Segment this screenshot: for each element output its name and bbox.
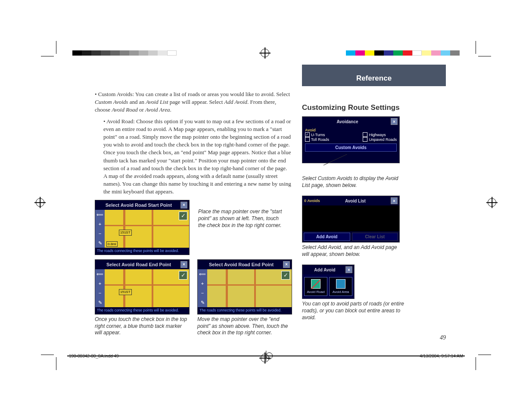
avoid-group-label: Avoid: [305, 128, 397, 132]
close-icon[interactable]: ×: [180, 261, 187, 268]
window-title: Avoid List: [320, 199, 391, 203]
scale-label: 0.8mi: [106, 241, 118, 247]
zoom-out-icon[interactable]: −: [99, 290, 101, 296]
confirm-check-icon[interactable]: ✓: [179, 271, 187, 280]
avoid-list-window: 0 Avoids Avoid List × Add Avoid Clear Li…: [302, 196, 400, 243]
figure-title: Select Avoid Road End Point: [199, 262, 283, 268]
figure-footer: The roads connecting these points will b…: [198, 307, 292, 314]
close-icon[interactable]: ×: [345, 266, 352, 273]
grayscale-bar: [72, 50, 177, 56]
section-title: Customizing Route Settings: [302, 103, 446, 112]
avoid-area-icon: [336, 279, 345, 289]
checkbox-highways[interactable]: Highways: [363, 132, 397, 137]
back-icon[interactable]: ⟸: [96, 212, 103, 218]
checkbox-unpaved[interactable]: Unpaved Roads: [363, 137, 397, 142]
callout-line: [302, 165, 446, 174]
avoid-road-option[interactable]: Avoid Road: [304, 277, 327, 296]
confirm-check-icon[interactable]: ✓: [179, 212, 187, 220]
back-icon[interactable]: ⟸: [96, 271, 103, 277]
tool-icon[interactable]: ✎: [98, 299, 102, 306]
reference-header: Reference: [302, 65, 446, 86]
confirm-check-icon[interactable]: ✓: [281, 271, 290, 280]
figure-end-point-2: Select Avoid Road End Point × ⟸ + − ✎ ✓ …: [197, 259, 292, 314]
road-label: 151ST: [119, 230, 132, 235]
avoid-count: 0 Avoids: [304, 199, 320, 203]
avoid-list-caption: Select Add Avoid, and an Add Avoid page …: [302, 244, 405, 258]
color-bar: [346, 50, 460, 56]
add-avoid-caption: You can opt to avoid parts of roads (or …: [302, 301, 405, 321]
figure-title: Select Avoid Road End Point: [97, 262, 180, 268]
figure-title: Select Avoid Road Start Point: [97, 202, 180, 209]
zoom-out-icon[interactable]: −: [99, 230, 101, 237]
close-icon[interactable]: ×: [180, 202, 187, 209]
close-icon[interactable]: ×: [391, 197, 398, 204]
avoidance-window: Avoidance × Avoid ✓U-Turns Toll Roads Hi…: [302, 116, 400, 163]
zoom-in-icon[interactable]: +: [99, 280, 101, 287]
page-number: 49: [440, 334, 446, 341]
registration-mark-icon: [261, 49, 269, 57]
add-avoid-button[interactable]: Add Avoid: [304, 233, 350, 241]
figure-footer: The roads connecting these points will b…: [95, 248, 189, 255]
figure-caption: Once you touch the check box in the top …: [95, 316, 189, 336]
checkbox-toll[interactable]: Toll Roads: [305, 137, 329, 142]
window-title: Add Avoid: [304, 268, 345, 272]
bullet-avoid-road: • Avoid Road: Choose this option if you …: [103, 118, 291, 196]
add-avoid-window: Add Avoid × Avoid Road Avoid Area: [302, 265, 355, 299]
close-icon[interactable]: ×: [391, 118, 398, 125]
figure-caption: Move the map pointer over the "end point…: [197, 316, 291, 336]
bullet-custom-avoids: • Custom Avoids: You can create a list o…: [95, 90, 291, 114]
figure-start-point: Select Avoid Road Start Point × ⟸ + − ✎ …: [95, 200, 190, 255]
road-label: 151ST: [119, 289, 132, 295]
figure-caption: Place the map pointer over the "start po…: [198, 209, 284, 229]
figure-end-point-1: Select Avoid Road End Point × ⟸ + − ✎ ✓ …: [95, 259, 190, 314]
avoid-list-body: [302, 206, 399, 231]
registration-mark-icon: [488, 198, 496, 207]
registration-mark-icon: [36, 198, 44, 207]
zoom-out-icon[interactable]: −: [201, 290, 204, 296]
tool-icon[interactable]: ✎: [98, 240, 102, 246]
zoom-in-icon[interactable]: +: [99, 221, 101, 227]
registration-mark-icon: [266, 352, 273, 359]
avoidance-caption: Select Custom Avoids to display the Avoi…: [302, 175, 405, 189]
avoid-road-icon: [311, 279, 320, 289]
tool-icon[interactable]: ✎: [201, 299, 205, 306]
clear-list-button[interactable]: Clear List: [352, 233, 398, 241]
zoom-in-icon[interactable]: +: [201, 280, 204, 287]
avoid-area-option[interactable]: Avoid Area: [329, 277, 352, 296]
figure-footer: The roads connecting these points will b…: [95, 307, 189, 314]
checkbox-uturns[interactable]: ✓U-Turns: [305, 132, 329, 137]
custom-avoids-button[interactable]: Custom Avoids: [305, 143, 397, 152]
close-icon[interactable]: ×: [283, 261, 290, 268]
back-icon[interactable]: ⟸: [199, 271, 206, 277]
window-title: Avoidance: [304, 119, 391, 124]
